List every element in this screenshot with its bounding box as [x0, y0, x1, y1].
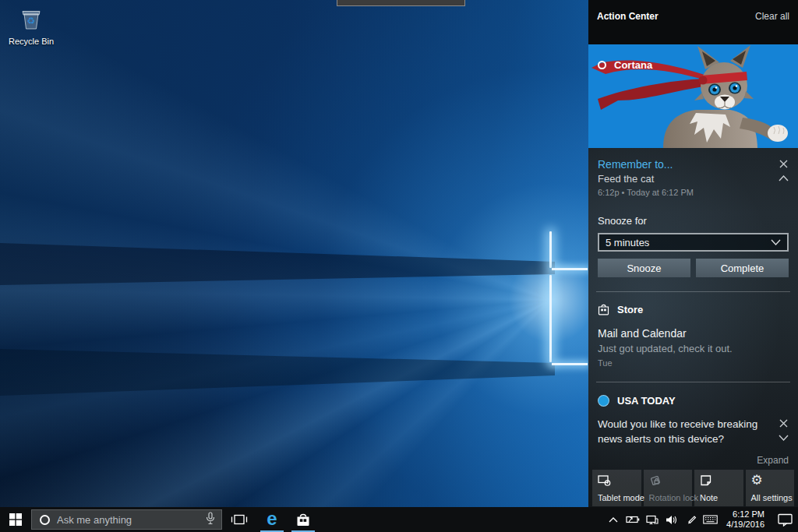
complete-button[interactable]: Complete — [696, 259, 789, 277]
snooze-duration-select[interactable]: 5 minutes — [598, 233, 789, 252]
tablet-mode-icon — [598, 474, 612, 487]
quick-action-label: Tablet mode — [598, 493, 644, 502]
quick-action-label: Note — [700, 493, 718, 502]
action-center-button[interactable] — [772, 507, 798, 532]
store-bag-icon — [295, 512, 311, 527]
usa-today-message: Would you like to receive breaking news … — [598, 417, 771, 446]
show-hidden-icons-chevron[interactable] — [603, 507, 623, 532]
quick-action-label: All settings — [751, 493, 793, 502]
collapse-chevron-up-icon[interactable] — [778, 174, 789, 183]
background-window-sliver[interactable] — [337, 0, 465, 6]
action-center-title: Action Center — [597, 11, 659, 22]
taskbar: e — [0, 507, 798, 532]
clear-all-button[interactable]: Clear all — [755, 11, 789, 22]
cortana-ring-icon — [40, 515, 50, 525]
cortana-app-header: Cortana — [598, 59, 652, 71]
expand-link[interactable]: Expand — [757, 455, 789, 466]
cortana-app-name: Cortana — [614, 59, 652, 71]
search-input[interactable] — [57, 514, 200, 526]
snooze-button[interactable]: Snooze — [598, 259, 690, 277]
usa-today-app-name: USA TODAY — [617, 395, 676, 407]
reminder-body: Feed the cat — [598, 172, 694, 185]
store-notification-timestamp: Tue — [598, 358, 789, 368]
task-view-icon — [231, 513, 248, 526]
network-icon[interactable] — [642, 507, 662, 532]
recycle-bin-label: Recycle Bin — [3, 37, 59, 46]
expand-chevron-down-icon[interactable] — [778, 433, 789, 442]
windows-logo-icon — [9, 513, 22, 526]
reminder-timestamp: 6:12p • Today at 6:12 PM — [598, 188, 694, 197]
quick-action-note[interactable]: Note — [694, 470, 743, 506]
wallpaper-window-edge — [549, 275, 552, 362]
reminder-notification: Remember to... Feed the cat 6:12p • Toda… — [588, 148, 798, 277]
usa-today-icon — [598, 395, 609, 407]
note-icon — [700, 474, 712, 487]
battery-icon[interactable] — [623, 507, 642, 532]
quick-action-rotation-lock[interactable]: Rotation lock — [644, 470, 693, 506]
taskbar-store-button[interactable] — [288, 507, 319, 532]
microphone-icon[interactable] — [206, 512, 215, 528]
rotation-lock-icon — [649, 474, 663, 487]
touch-keyboard-icon[interactable] — [701, 507, 720, 532]
wallpaper-window-edge — [552, 268, 588, 270]
recycle-bin-desktop-icon[interactable]: ♻ Recycle Bin — [3, 5, 59, 46]
gear-icon: ⚙ — [751, 474, 763, 487]
start-button[interactable] — [0, 507, 31, 532]
quick-action-label: Rotation lock — [649, 493, 699, 502]
taskbar-edge-button[interactable]: e — [256, 507, 288, 532]
quick-actions-bar: Tablet mode Rotation lock Note ⚙ Al — [588, 470, 798, 506]
close-icon[interactable] — [778, 159, 789, 168]
cortana-search-box[interactable] — [31, 509, 222, 530]
store-bag-icon — [598, 303, 609, 315]
reminder-title[interactable]: Remember to... — [598, 157, 694, 171]
clock-time: 6:12 PM — [726, 509, 764, 520]
task-view-button[interactable] — [222, 507, 256, 532]
cortana-notification-banner[interactable]: Cortana — [588, 44, 798, 148]
store-app-name: Store — [617, 304, 643, 315]
quick-action-tablet-mode[interactable]: Tablet mode — [592, 470, 641, 506]
snooze-for-label: Snooze for — [598, 215, 789, 227]
system-tray: 6:12 PM 4/19/2016 — [603, 507, 798, 532]
taskbar-clock[interactable]: 6:12 PM 4/19/2016 — [726, 509, 764, 530]
usa-today-notification[interactable]: USA TODAY Would you like to receive brea… — [588, 382, 798, 467]
wallpaper-window-edge — [549, 231, 552, 268]
desktop: ♻ Recycle Bin Action Center Clear all — [0, 0, 798, 532]
svg-text:♻: ♻ — [27, 16, 36, 26]
volume-icon[interactable] — [662, 507, 681, 532]
pen-icon[interactable] — [681, 507, 701, 532]
action-center-panel: Action Center Clear all — [588, 0, 798, 507]
quick-action-all-settings[interactable]: ⚙ All settings — [746, 470, 795, 506]
store-notification-body: Just got updated, check it out. — [598, 342, 789, 355]
action-center-icon — [778, 513, 793, 527]
store-notification[interactable]: Store Mail and Calendar Just got updated… — [588, 292, 798, 368]
snooze-duration-value: 5 minutes — [606, 237, 649, 248]
recycle-bin-icon: ♻ — [17, 5, 45, 33]
action-center-header: Action Center Clear all — [588, 0, 798, 44]
chevron-down-icon — [771, 239, 781, 245]
edge-icon: e — [267, 509, 277, 528]
store-notification-title: Mail and Calendar — [598, 327, 789, 340]
cortana-icon — [598, 61, 606, 69]
wallpaper-window-edge — [552, 363, 588, 365]
clock-date: 4/19/2016 — [726, 520, 764, 530]
close-icon[interactable] — [778, 418, 789, 428]
